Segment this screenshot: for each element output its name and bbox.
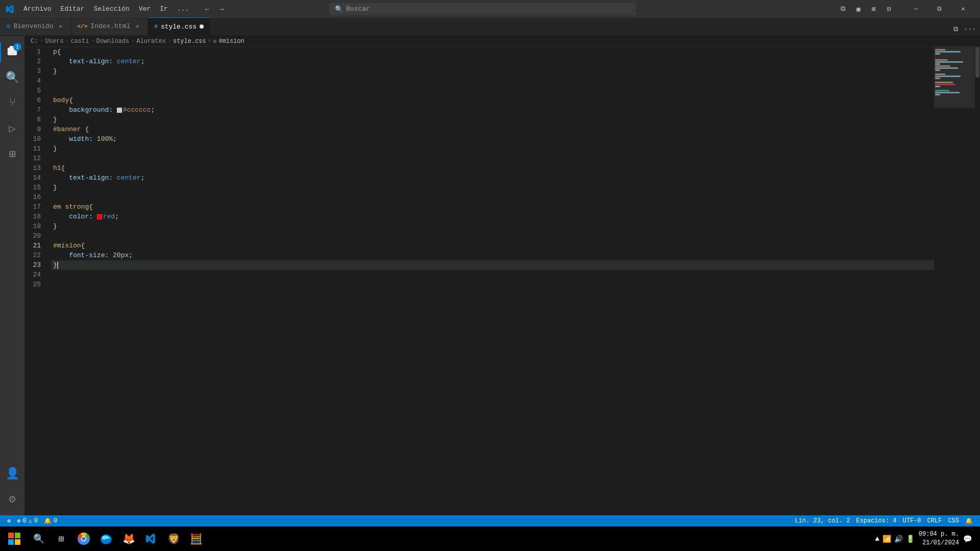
taskbar-edge-icon[interactable] — [96, 529, 116, 549]
code-line-5[interactable] — [51, 86, 934, 95]
code-line-24[interactable] — [51, 270, 934, 280]
nav-forward-button[interactable]: → — [215, 3, 228, 15]
taskbar-search-icon[interactable]: 🔍 — [29, 529, 49, 549]
code-line-14[interactable]: text-align: center; — [51, 173, 934, 183]
split-editor-button[interactable]: ⧉ — [836, 2, 850, 16]
code-line-18[interactable]: color: red; — [51, 212, 934, 221]
status-eol[interactable]: CRLF — [924, 515, 945, 527]
code-line-19[interactable]: } — [51, 221, 934, 231]
layout3-button[interactable]: ⊟ — [882, 2, 896, 16]
scrollbar-vertical[interactable] — [975, 47, 980, 515]
windows-logo-icon — [8, 533, 20, 545]
activity-explorer[interactable]: 1 — [0, 40, 24, 64]
status-bell[interactable]: 🔔 — [962, 515, 976, 527]
tab-bienvenido[interactable]: ⊕ Bienvenido ✕ — [0, 17, 71, 35]
taskbar-time[interactable]: 09:04 p. m. 21/01/2024 — [919, 530, 959, 547]
taskbar-right: ▲ 📶 🔊 🔋 09:04 p. m. 21/01/2024 💬 — [875, 530, 976, 547]
code-line-21[interactable]: #mision{ — [51, 241, 934, 251]
code-line-12[interactable] — [51, 154, 934, 163]
tab-bienvenido-close[interactable]: ✕ — [56, 22, 64, 31]
taskbar-chrome-icon[interactable] — [74, 529, 94, 549]
taskbar-sys-tray: ▲ 📶 🔊 🔋 — [875, 535, 914, 543]
code-line-3[interactable]: } — [51, 66, 934, 76]
taskbar-vscode-icon[interactable] — [141, 529, 161, 549]
taskbar-firefox-icon[interactable]: 🦊 — [118, 529, 139, 549]
code-line-13[interactable]: h1{ — [51, 163, 934, 173]
chevron-up-icon[interactable]: ▲ — [875, 535, 879, 543]
code-line-11[interactable]: } — [51, 144, 934, 154]
menu-ver[interactable]: Ver — [135, 4, 155, 14]
status-encoding[interactable]: UTF-8 — [900, 515, 924, 527]
layout-button[interactable]: ▣ — [851, 2, 866, 16]
menu-editar[interactable]: Editar — [57, 4, 89, 14]
tab-index-html[interactable]: </> Index.html ✕ — [71, 17, 148, 35]
taskbar-brave-icon[interactable]: 🦁 — [163, 529, 184, 549]
code-line-25[interactable] — [51, 280, 934, 289]
code-line-22[interactable]: font-size: 20px; — [51, 251, 934, 260]
status-errors[interactable]: ⊗ 0 ⚠ 0 — [14, 515, 41, 527]
status-language[interactable]: CSS — [945, 515, 962, 527]
code-line-8[interactable]: } — [51, 115, 934, 124]
remote-icon: ⊗ — [7, 517, 11, 525]
breadcrumb-style-css[interactable]: style.css — [173, 38, 206, 45]
code-line-7[interactable]: background: #cccccc; — [51, 105, 934, 115]
line-col-text: Lín. 23, col. 2 — [795, 517, 850, 524]
status-line-col[interactable]: Lín. 23, col. 2 — [792, 515, 853, 527]
code-line-1[interactable]: p{ — [51, 47, 934, 57]
more-tabs-icon[interactable]: ··· — [964, 23, 976, 35]
menu-more[interactable]: ... — [173, 4, 193, 14]
tab-style-css[interactable]: # style.css — [148, 17, 210, 35]
menu-ir[interactable]: Ir — [156, 4, 172, 14]
menu-seleccion[interactable]: Selección — [89, 4, 133, 14]
breadcrumb-casti[interactable]: casti — [70, 38, 89, 45]
minimize-button[interactable]: ─ — [904, 0, 928, 18]
line-num-1: 1 — [24, 47, 47, 57]
status-spaces[interactable]: Espacios: 4 — [853, 515, 899, 527]
code-line-23[interactable]: } — [51, 260, 934, 270]
breadcrumb-mision[interactable]: ⊙ #mision — [213, 38, 244, 45]
code-line-20[interactable] — [51, 231, 934, 241]
wifi-icon[interactable]: 📶 — [883, 535, 891, 543]
taskbar-calc-icon[interactable]: 🧮 — [186, 529, 206, 549]
minimap[interactable] — [934, 47, 975, 515]
battery-icon[interactable]: 🔋 — [906, 535, 915, 543]
code-line-16[interactable] — [51, 192, 934, 202]
close-button[interactable]: ✕ — [951, 0, 975, 18]
breadcrumb-c[interactable]: C: — [31, 38, 38, 45]
start-button[interactable] — [4, 529, 24, 549]
breadcrumb-downloads[interactable]: Downloads — [96, 38, 129, 45]
notifications-button[interactable]: 💬 — [963, 535, 972, 543]
code-line-4[interactable] — [51, 76, 934, 86]
line-num-6: 6 — [24, 95, 47, 105]
breadcrumb-users[interactable]: Users — [45, 38, 63, 45]
activity-account[interactable]: 👤 — [0, 461, 24, 486]
restore-button[interactable]: ⧉ — [928, 0, 951, 18]
status-remote[interactable]: ⊗ — [4, 515, 14, 527]
code-line-17[interactable]: em strong{ — [51, 202, 934, 212]
code-line-2[interactable]: text-align: center; — [51, 57, 934, 66]
tab-index-html-close[interactable]: ✕ — [133, 22, 141, 31]
source-control-icon: ⑂ — [9, 97, 16, 110]
code-content[interactable]: p{ text-align: center; } body{ — [51, 47, 934, 515]
nav-back-button[interactable]: ← — [201, 3, 213, 15]
warning-icon: ⚠ — [29, 517, 32, 525]
activity-search[interactable]: 🔍 — [0, 65, 24, 90]
activity-extensions[interactable]: ⊞ — [0, 142, 24, 166]
menu-archivo[interactable]: Archivo — [19, 4, 56, 14]
taskbar-widget-icon[interactable]: ⊞ — [51, 529, 71, 549]
activity-run-debug[interactable]: ▷ — [0, 116, 24, 141]
code-line-6[interactable]: body{ — [51, 95, 934, 105]
titlebar-search[interactable]: 🔍 Buscar — [330, 3, 636, 15]
split-editor-icon[interactable]: ⧉ — [949, 23, 962, 35]
status-notifications[interactable]: 🔔 0 — [41, 515, 60, 527]
code-line-9[interactable]: #banner { — [51, 124, 934, 134]
layout2-button[interactable]: ⊞ — [867, 2, 881, 16]
activity-settings[interactable]: ⚙ — [0, 487, 24, 511]
svg-rect-1 — [15, 533, 20, 538]
line-num-21: 21 — [24, 241, 47, 251]
code-line-15[interactable]: } — [51, 183, 934, 192]
breadcrumb-aluratex[interactable]: Aluratex — [136, 38, 166, 45]
volume-icon[interactable]: 🔊 — [894, 535, 903, 543]
code-line-10[interactable]: width: 100%; — [51, 134, 934, 144]
activity-source-control[interactable]: ⑂ — [0, 91, 24, 115]
